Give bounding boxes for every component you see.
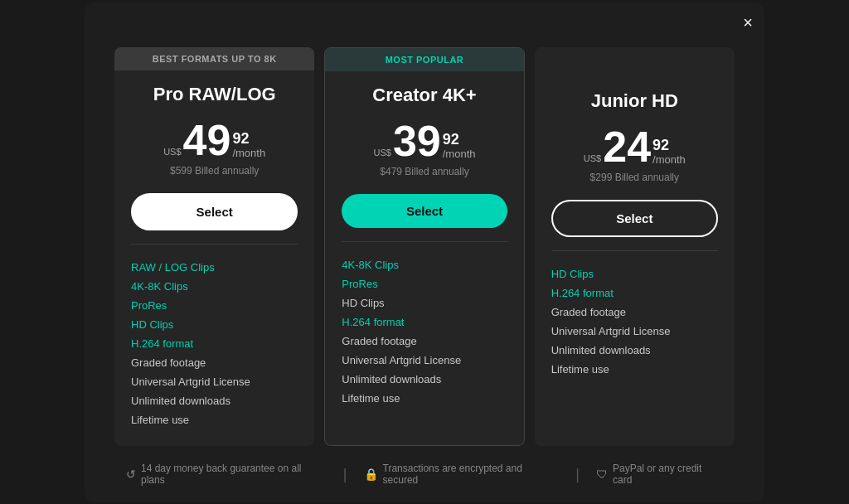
price-annual-junior: $299 Billed annually	[551, 172, 718, 183]
plan-badge-creator: MOST POPULAR	[325, 48, 523, 71]
feature-item: RAW / LOG Clips	[131, 258, 298, 277]
currency-label: US$	[584, 154, 601, 163]
select-button-junior[interactable]: Select	[551, 200, 718, 237]
currency-label: US$	[373, 148, 391, 158]
feature-item: HD Clips	[551, 264, 718, 284]
plans-grid: BEST FORMATS UP TO 8K Pro RAW/LOG US$ 49…	[109, 47, 740, 446]
feature-item: HD Clips	[342, 293, 507, 313]
footer-item-1: 🔒Transactions are encrypted and secured	[347, 463, 576, 486]
plan-price-junior: US$ 24 92 /month	[551, 125, 718, 168]
price-annual-creator: $479 Billed annually	[342, 166, 507, 177]
price-period: /month	[232, 146, 265, 161]
feature-item: Universal Artgrid License	[551, 322, 718, 341]
pricing-modal: × BEST FORMATS UP TO 8K Pro RAW/LOG US$ …	[85, 2, 764, 502]
feature-list-pro: RAW / LOG Clips4K-8K ClipsProResHD Clips…	[131, 258, 298, 429]
plan-name-pro: Pro RAW/LOG	[131, 84, 298, 105]
divider	[551, 250, 718, 251]
footer-item-0: ↺14 day money back guarantee on all plan…	[109, 463, 343, 486]
price-main: 24	[603, 125, 651, 168]
currency-label: US$	[163, 148, 181, 157]
select-button-creator[interactable]: Select	[342, 194, 507, 228]
feature-item: 4K-8K Clips	[131, 277, 298, 296]
footer-icon-2: 🛡	[596, 468, 608, 481]
feature-item: ProRes	[342, 274, 507, 293]
feature-list-junior: HD ClipsH.264 formatGraded footageUniver…	[551, 264, 718, 379]
feature-item: Universal Artgrid License	[342, 351, 507, 370]
select-button-pro[interactable]: Select	[131, 193, 298, 230]
price-detail: 92 /month	[443, 132, 476, 162]
plan-price-creator: US$ 39 92 /month	[342, 119, 507, 162]
close-button[interactable]: ×	[743, 14, 753, 31]
plan-card-creator: MOST POPULAR Creator 4K+ US$ 39 92 /mont…	[324, 47, 524, 446]
plan-card-pro: BEST FORMATS UP TO 8K Pro RAW/LOG US$ 49…	[114, 47, 314, 446]
plan-name-creator: Creator 4K+	[342, 85, 507, 106]
footer-item-2: 🛡PayPal or any credit card	[580, 463, 740, 486]
feature-item: H.264 format	[551, 284, 718, 303]
feature-item: Graded footage	[131, 353, 298, 372]
plan-price-pro: US$ 49 92 /month	[131, 119, 298, 162]
price-decimal: 92	[653, 138, 669, 153]
feature-item: Unlimited downloads	[342, 370, 507, 389]
feature-item: Lifetime use	[131, 410, 298, 429]
price-main: 39	[393, 119, 441, 162]
footer-icon-1: 🔒	[364, 468, 378, 481]
plan-badge-junior	[535, 47, 735, 77]
footer-text-2: PayPal or any credit card	[613, 463, 723, 486]
feature-item: Graded footage	[551, 303, 718, 322]
plan-name-junior: Junior HD	[551, 90, 718, 112]
feature-item: Universal Artgrid License	[131, 372, 298, 391]
feature-item: Unlimited downloads	[131, 391, 298, 410]
price-period: /month	[653, 153, 686, 167]
feature-item: HD Clips	[131, 315, 298, 334]
footer-text-0: 14 day money back guarantee on all plans	[141, 463, 327, 486]
feature-item: H.264 format	[131, 334, 298, 353]
feature-item: Lifetime use	[551, 360, 718, 379]
feature-item: ProRes	[131, 296, 298, 315]
price-detail: 92 /month	[232, 131, 265, 161]
price-decimal: 92	[232, 131, 249, 146]
price-period: /month	[443, 147, 476, 162]
price-decimal: 92	[443, 132, 459, 147]
footer-text-1: Transactions are encrypted and secured	[383, 463, 560, 486]
feature-item: H.264 format	[342, 313, 507, 332]
price-annual-pro: $599 Billed annually	[131, 165, 298, 177]
footer-bar: ↺14 day money back guarantee on all plan…	[109, 463, 740, 486]
feature-item: 4K-8K Clips	[342, 255, 507, 274]
feature-item: Lifetime use	[342, 389, 507, 408]
price-main: 49	[183, 119, 231, 162]
feature-item: Unlimited downloads	[551, 341, 718, 360]
footer-icon-0: ↺	[126, 468, 136, 481]
feature-list-creator: 4K-8K ClipsProResHD ClipsH.264 formatGra…	[342, 255, 507, 408]
divider	[131, 244, 298, 245]
plan-card-junior: Junior HD US$ 24 92 /month $299 Billed a…	[535, 47, 735, 446]
plan-badge-pro: BEST FORMATS UP TO 8K	[114, 47, 314, 70]
divider	[342, 241, 507, 242]
feature-item: Graded footage	[342, 332, 507, 351]
price-detail: 92 /month	[653, 138, 686, 167]
